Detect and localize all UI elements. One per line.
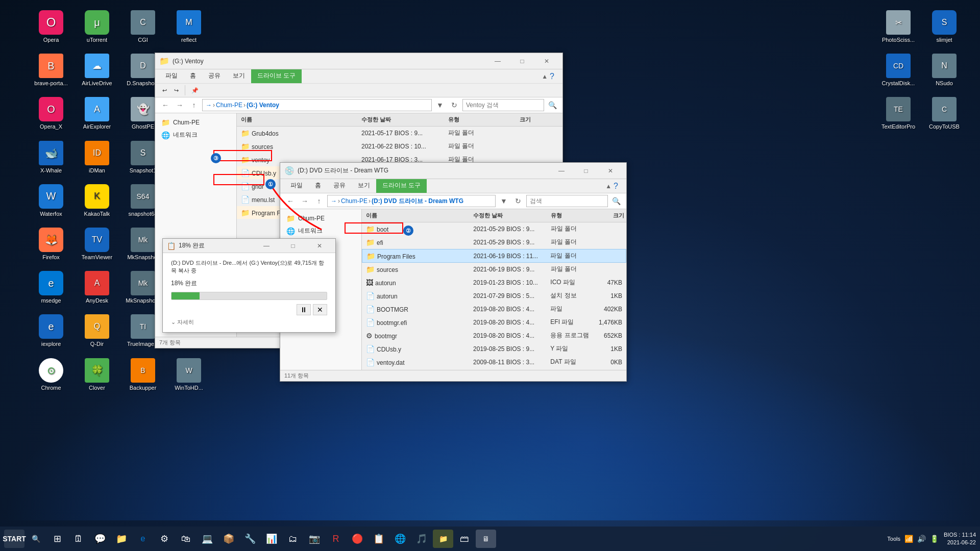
desktop-icon-kakaotalk[interactable]: K KakaoTalk [77,184,117,217]
tab-share[interactable]: 공유 [202,69,227,83]
desktop-icon-copytousb[interactable]: C CopyToUSB [924,97,965,130]
dvd-back-button[interactable]: ← [284,195,297,207]
dvd-tab-share[interactable]: 공유 [327,179,352,193]
taskbar-app12[interactable]: 🗃 [454,530,475,548]
dvd-file-row-autorun-inf[interactable]: 📄autorun 2021-07-29 BIOS : 5... 설치 정보 1K… [362,289,626,303]
taskbar-store[interactable]: 🛍 [176,530,196,548]
progress-pause-button[interactable]: ⏸ [297,304,311,315]
desktop-icon-teamviewer[interactable]: TV TeamViewer [77,228,117,261]
sidebar-item-network[interactable]: 🌐 네트워크 [155,129,236,141]
search-input[interactable] [462,99,544,111]
taskbar-widgets[interactable]: 🗓 [68,530,89,548]
dvd-address-path[interactable]: → › Chum-PE › (D:) DVD 드라이브 - Dream WTG [327,195,496,207]
dvd-dropdown-btn[interactable]: ▼ [498,195,510,207]
progress-close[interactable]: ✕ [308,239,331,253]
desktop-icon-wintohd[interactable]: W WinToHD... [168,358,209,391]
dvd-search-input[interactable] [526,195,608,207]
file-row-sources[interactable]: 📁sources 2021-06-22 BIOS : 10... 파일 폴더 [237,140,562,153]
dvd-file-row-programfiles[interactable]: 📁Program Files 2021-06-19 BIOS : 11... 파… [362,249,626,263]
desktop-icon-backupper[interactable]: B Backupper [122,358,163,391]
taskbar-app4[interactable]: 🗂 [283,530,303,548]
dvd-tab-drive-tools[interactable]: 드라이브 도구 [376,179,427,193]
taskbar-edge[interactable]: e [133,530,153,548]
dvd-search-button[interactable]: 🔍 [610,195,622,207]
taskbar-app10[interactable]: 🎵 [411,530,432,548]
desktop-icon-crystaldisk[interactable]: CD CrystalDisk... [878,54,919,87]
desktop-icon-airlivedrive[interactable]: ☁ AirLiveDrive [77,54,117,87]
maximize-button[interactable]: □ [510,54,534,68]
desktop-icon-operax[interactable]: O Opera_X [31,97,71,130]
tab-drive-tools[interactable]: 드라이브 도구 [251,69,302,83]
redo-btn[interactable]: ↪ [171,86,182,95]
dvd-file-row-efi[interactable]: 📁efi 2021-05-29 BIOS : 9... 파일 폴더 [362,236,626,249]
dvd-file-row-boot[interactable]: 📁boot 2021-05-29 BIOS : 9... 파일 폴더 [362,222,626,236]
progress-details[interactable]: ⌄ 자세히 [171,318,327,326]
taskbar-volume-icon[interactable]: 🔊 [917,535,926,543]
dvd-file-row-autorun-ico[interactable]: 🖼autorun 2019-01-23 BIOS : 10... ICO 파일 … [362,276,626,289]
desktop-icon-reflect[interactable]: M reflect [168,10,209,43]
desktop-icon-anydesk[interactable]: A AnyDesk [77,271,117,304]
taskbar-app8[interactable]: 📋 [369,530,389,548]
taskbar-chat[interactable]: 💬 [90,530,110,548]
desktop-icon-xwhale[interactable]: 🐋 X-Whale [31,141,71,174]
tab-home[interactable]: 홈 [184,69,202,83]
forward-button[interactable]: → [174,99,186,111]
taskbar-app5[interactable]: 📷 [304,530,325,548]
up-button[interactable]: ↑ [188,99,200,111]
desktop-icon-brave[interactable]: B brave-porta... [31,54,71,87]
taskbar-app3[interactable]: 📊 [261,530,282,548]
desktop-icon-texteditor[interactable]: TE TextEditorPro [878,97,919,130]
desktop-icon-nsudo[interactable]: N NSudo [924,54,965,87]
desktop-icon-utorrent[interactable]: μ uTorrent [77,10,117,43]
dropdown-btn[interactable]: ▼ [434,99,446,111]
close-button-dvd[interactable]: ✕ [599,164,622,178]
refresh-button[interactable]: ↻ [448,99,460,111]
taskbar-search[interactable]: 🔍 [26,530,46,548]
desktop-icon-idman[interactable]: ID iDMan [77,141,117,174]
dvd-up-button[interactable]: ↑ [313,195,325,207]
dvd-file-row-bootmgr[interactable]: 📄BOOTMGR 2019-08-20 BIOS : 4... 파일 402KB [362,303,626,316]
desktop-icon-iexplore[interactable]: e iexplore [31,314,71,347]
taskbar-app1[interactable]: 📦 [218,530,239,548]
progress-maximize[interactable]: □ [281,239,305,253]
dvd-tab-home[interactable]: 홈 [309,179,327,193]
file-row-grub4dos[interactable]: 📁Grub4dos 2021-05-17 BIOS : 9... 파일 폴더 [237,127,562,140]
sidebar-dvd-chumpe[interactable]: 📁 Chum-PE [280,212,361,224]
tab-view[interactable]: 보기 [227,69,251,83]
taskbar-active[interactable]: 🖥 [476,530,496,548]
back-button[interactable]: ← [159,99,172,111]
taskbar-app2[interactable]: 🔧 [240,530,260,548]
taskbar-app9[interactable]: 🌐 [390,530,410,548]
dvd-file-row-ventoydat[interactable]: 📄ventoy.dat 2009-08-11 BIOS : 3... DAT 파… [362,356,626,369]
desktop-icon-photosciss[interactable]: ✂ PhotoSciss... [878,10,919,43]
dvd-refresh-button[interactable]: ↻ [512,195,524,207]
desktop-icon-chrome[interactable]: ⊙ Chrome [31,358,71,391]
desktop-icon-msedge[interactable]: e msedge [31,271,71,304]
dvd-forward-button[interactable]: → [299,195,311,207]
desktop-icon-clover[interactable]: 🍀 Clover [77,358,117,391]
dvd-file-row-sources[interactable]: 📁sources 2021-06-19 BIOS : 9... 파일 폴더 [362,263,626,276]
desktop-icon-firefox[interactable]: 🦊 Firefox [31,228,71,261]
maximize-button-dvd[interactable]: □ [574,164,598,178]
pin-btn[interactable]: 📌 [188,86,202,95]
dvd-file-row-bootmgr-efi[interactable]: 📄bootmgr.efi 2019-08-20 BIOS : 4... EFI … [362,316,626,329]
sidebar-item-chumpe[interactable]: 📁 Chum-PE [155,116,236,129]
taskbar-fileexplorer[interactable]: 📁 [111,530,132,548]
taskbar-app6[interactable]: R [326,530,346,548]
desktop-icon-opera[interactable]: O Opera [31,10,71,43]
search-button[interactable]: 🔍 [546,99,558,111]
desktop-icon-slimjet[interactable]: S slimjet [924,10,965,43]
minimize-button[interactable]: — [486,54,509,68]
desktop-icon-airexplorer[interactable]: A AirExplorer [77,97,117,130]
progress-minimize[interactable]: — [255,239,278,253]
taskbar-terminal[interactable]: 💻 [197,530,217,548]
taskbar-network-icon[interactable]: 📶 [904,535,913,543]
dvd-file-row-bootmgr-exe[interactable]: ⚙bootmgr 2019-08-20 BIOS : 4... 응용 프로그램 … [362,329,626,342]
tab-file[interactable]: 파일 [159,69,184,83]
desktop-icon-waterfox[interactable]: W Waterfox [31,184,71,217]
desktop-icon-cgi[interactable]: C CGI [122,10,163,43]
minimize-button-dvd[interactable]: — [550,164,573,178]
close-button[interactable]: ✕ [535,54,558,68]
taskbar-battery-icon[interactable]: 🔋 [930,535,939,543]
start-button[interactable]: START [4,530,24,548]
